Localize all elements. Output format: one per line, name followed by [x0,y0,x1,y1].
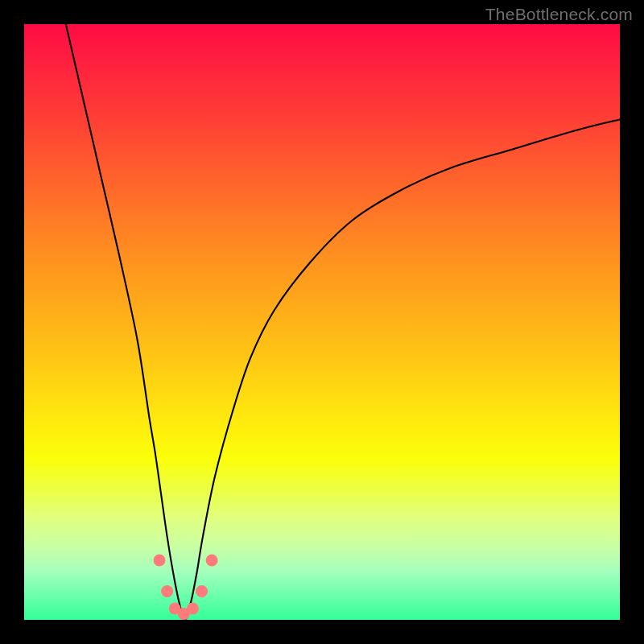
data-markers [153,555,217,621]
chart-plot-area [24,24,620,620]
data-marker [196,585,208,597]
data-marker [187,602,199,614]
data-marker [161,585,173,597]
chart-svg [24,24,620,620]
watermark-text: TheBottleneck.com [485,5,633,24]
data-marker [153,555,165,567]
bottleneck-curve [66,24,620,620]
data-marker [206,555,218,567]
